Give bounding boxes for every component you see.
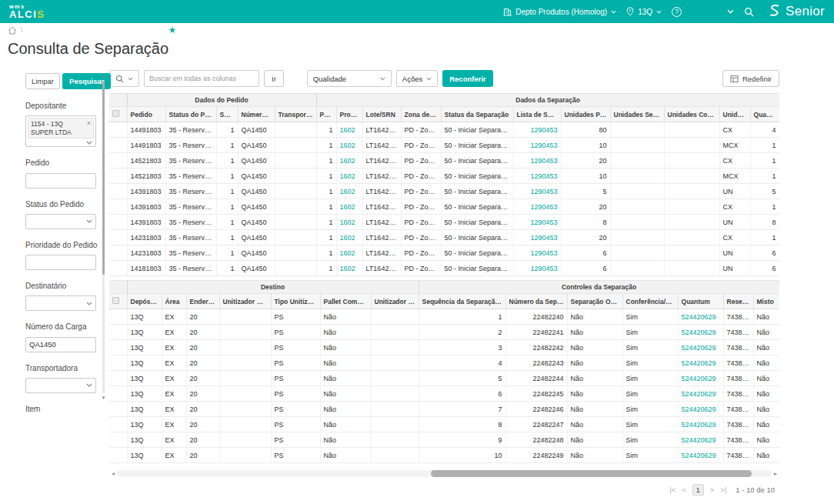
table-row[interactable]: 13QEX20PSNão222482241NãoSim5244206297438… [109,325,779,340]
destinatario-select[interactable] [25,295,96,311]
scrollbar-track[interactable] [117,470,772,477]
cell-link-produto[interactable]: 1602 [340,234,355,242]
column-header-misto[interactable]: Misto [753,294,779,309]
horizontal-scrollbar[interactable]: ◄ ► [109,469,779,478]
help-icon[interactable]: ? [672,7,682,17]
cell-link-lista-de-separa-o[interactable]: 1290453 [530,249,557,257]
column-header-status-do-pedido[interactable]: Status do Pedido [165,107,216,122]
row-select-cell[interactable] [109,245,127,261]
row-select-cell[interactable] [109,371,127,386]
cell-link-quantum[interactable]: 524420629 [682,406,716,413]
chevron-down-icon[interactable] [727,9,734,14]
cell-link-lista-de-separa-o[interactable]: 1290453 [530,234,557,242]
row-select-cell[interactable] [109,402,127,417]
cell-link-lista-de-separa-o[interactable]: 1290453 [530,203,557,211]
cell-link-quantum[interactable]: 524420629 [682,390,716,398]
cell-link-produto[interactable]: 1602 [340,126,355,134]
report-search-input[interactable] [144,70,259,87]
cell-link-produto[interactable]: 1602 [340,142,355,149]
cell-link-produto[interactable]: 1602 [340,219,355,226]
cell-link-lista-de-separa-o[interactable]: 1290453 [530,142,557,149]
table-row[interactable]: 13QEX20PSNão422482243NãoSim5244206297438… [109,355,779,371]
column-header-sub-pe[interactable]: Sub Pe [216,107,238,122]
column-header-transportadora[interactable]: Transportadora [275,107,316,122]
cell-link-produto[interactable]: 1602 [340,203,355,211]
column-header-reserva[interactable]: Reserva [723,294,753,309]
scroll-down-icon[interactable]: ▼ [102,395,106,401]
table-row[interactable]: 1423180335 - Reservado1QA145011602LT1642… [109,245,779,261]
cell-link-lista-de-separa-o[interactable]: 1290453 [530,172,557,180]
scrollbar-track[interactable] [102,81,105,393]
cell-link-produto[interactable]: 1602 [340,249,355,257]
select-all-checkbox[interactable] [112,297,119,304]
cell-link-lista-de-separa-o[interactable]: 1290453 [530,188,557,195]
column-header-posi[interactable]: Posiç [316,107,336,122]
table-row[interactable]: 1449180335 - Reservado1QA145011602LT1642… [109,138,779,153]
pedido-input[interactable] [25,173,96,189]
cell-link-quantum[interactable]: 524420629 [682,375,716,382]
table-row[interactable]: 1449180335 - Reservado1QA145011602LT1642… [109,122,779,138]
cell-link-lista-de-separa-o[interactable]: 1290453 [530,219,557,226]
column-header-quantid[interactable]: Quantid [750,107,779,122]
favorite-star-icon[interactable]: ★ [168,25,177,35]
column-header-unidade[interactable]: Unidade [719,107,750,122]
column-header-lote-srn[interactable]: Lote/SRN [362,107,401,122]
table-row[interactable]: 13QEX20PSNão722482246NãoSim5244206297438… [109,402,779,417]
current-page[interactable]: 1 [692,484,704,496]
column-header-sequ-ncia-da-separa-o[interactable]: Sequência da Separação↑ [419,294,505,309]
column-header-endere-o[interactable]: Endereço [186,294,219,309]
table-row[interactable]: 13QEX20PSNão122482240NãoSim5244206297438… [109,309,779,325]
sort-asc-icon[interactable]: ↑ [502,299,505,305]
cell-link-quantum[interactable]: 524420629 [682,436,716,444]
column-header-pedido[interactable]: Pedido [127,107,165,122]
ir-button[interactable]: Ir [264,70,284,87]
cell-link-produto[interactable]: 1602 [340,172,355,180]
first-page-button[interactable]: |< [669,486,676,494]
cell-link-produto[interactable]: 1602 [340,188,355,195]
select-all-checkbox[interactable] [112,110,119,117]
column-header-separa-o-otimizada[interactable]: Separação Otimizada [567,294,622,309]
table-row[interactable]: 1439180335 - Reservado1QA145011602LT1642… [109,184,779,199]
scroll-right-icon[interactable]: ► [772,471,779,476]
prev-page-button[interactable]: < [682,486,686,494]
table-row[interactable]: 13QEX20PSNão822482247NãoSim5244206297438… [109,417,779,432]
cell-link-produto[interactable]: 1602 [340,265,355,272]
column-header-unitizador-separa-o[interactable]: Unitizador Separação [219,294,271,309]
column-header-unitizador-caixa[interactable]: Unitizador Caixa [371,294,419,309]
row-select-cell[interactable] [109,309,127,325]
row-select-cell[interactable] [109,184,127,199]
column-header-n-mero-da-separa-o[interactable]: Número da Separação [505,294,567,309]
column-header-quantum[interactable]: Quantum [678,294,723,309]
cell-link-lista-de-separa-o[interactable]: 1290453 [530,126,557,134]
row-select-cell[interactable] [109,386,127,402]
column-header-rea[interactable]: Área [162,294,186,309]
row-select-cell[interactable] [109,199,127,215]
row-select-cell[interactable] [109,417,127,432]
table-row[interactable]: 13QEX20PSNão322482242NãoSim5244206297438… [109,340,779,355]
table-row[interactable]: 13QEX20PSNão1022482249NãoSim524420629743… [109,448,779,463]
column-header-unidades-previstas[interactable]: Unidades Previstas [561,107,610,122]
scroll-up-icon[interactable]: ▲ [102,73,106,79]
numero-carga-input[interactable] [25,337,96,352]
last-page-button[interactable]: >| [720,486,726,494]
row-select-cell[interactable] [109,340,127,355]
table-row[interactable]: 13QEX20PSNão922482248NãoSim5244206297438… [109,432,779,448]
site-selector[interactable]: 13Q [626,7,662,16]
sidebar-scrollbar[interactable]: ▲ ▼ [100,73,107,401]
row-select-cell[interactable] [109,448,127,463]
search-scope-selector[interactable] [109,70,139,87]
row-select-cell[interactable] [109,325,127,340]
scrollbar-thumb[interactable] [102,81,105,275]
table-row[interactable]: 1423180335 - Reservado1QA145011602LT1642… [109,230,779,245]
next-page-button[interactable]: > [710,486,715,494]
row-select-cell[interactable] [109,153,127,169]
limpar-button[interactable]: Limpar [25,73,60,89]
table-row[interactable]: 1439180335 - Reservado1QA145011602LT1642… [109,199,779,215]
row-select-cell[interactable] [109,355,127,371]
transportadora-select[interactable] [25,378,96,393]
row-select-cell[interactable] [109,261,127,276]
column-header-lista-de-separa-o[interactable]: Lista de Separação [513,107,561,122]
cell-link-quantum[interactable]: 524420629 [682,359,716,367]
column-header-produto[interactable]: Produto [336,107,362,122]
table-row[interactable]: 1439180335 - Reservado1QA145011602LT1642… [109,215,779,230]
